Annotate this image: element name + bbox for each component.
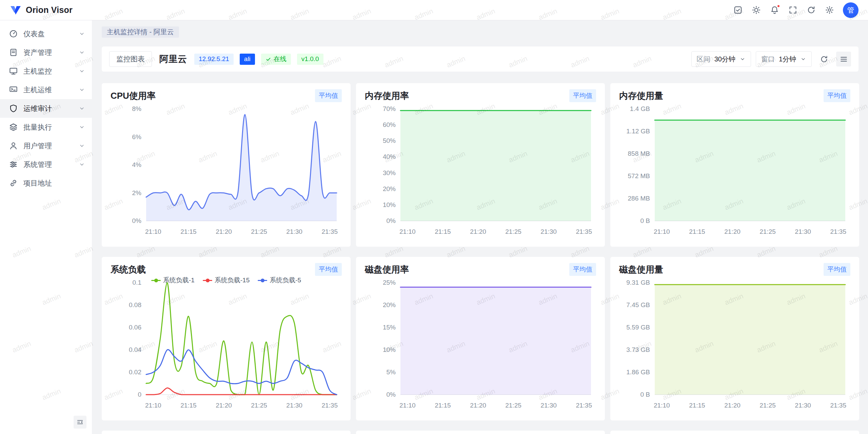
link-icon [9,178,18,188]
fullscreen-icon[interactable] [785,3,800,18]
top-navbar: Orion Visor 管 [0,0,868,20]
host-status-text: 在线 [274,55,287,63]
sidebar-item-assets[interactable]: 资产管理 [0,43,92,62]
svg-text:10%: 10% [383,201,396,208]
svg-text:50%: 50% [383,137,396,144]
monitor-icon [9,67,18,76]
sidebar-item-ops-audit[interactable]: 运维审计 [0,99,92,118]
dashboard-icon [9,29,18,38]
range-select[interactable]: 区间 30分钟 [691,51,751,67]
window-select[interactable]: 窗口 1分钟 [756,51,812,67]
sidebar-item-user-mgmt[interactable]: 用户管理 [0,136,92,155]
card-title: 磁盘使用量 [619,264,663,276]
svg-text:21:20: 21:20 [216,402,232,409]
svg-text:21:35: 21:35 [321,228,338,235]
brand[interactable]: Orion Visor [9,4,73,16]
svg-text:1.86 GB: 1.86 GB [626,369,650,376]
refresh-icon[interactable] [804,3,818,18]
sidebar-item-label: 用户管理 [23,141,79,151]
legend-marker-icon [151,279,161,282]
svg-text:858 MB: 858 MB [628,150,650,157]
svg-text:21:25: 21:25 [251,402,267,409]
range-select-value: 30分钟 [714,55,735,64]
charts-grid: CPU使用率 平均值 0%2%4%6%8%21:1021:1521:2021:2… [102,83,859,434]
svg-text:21:20: 21:20 [724,228,741,235]
avatar[interactable]: 管 [843,2,859,18]
sidebar-item-host-monitoring[interactable]: 主机监控 [0,62,92,80]
svg-text:0%: 0% [387,217,396,224]
sidebar-item-batch-exec[interactable]: 批量执行 [0,118,92,136]
card-title: CPU使用率 [111,90,156,102]
legend-item[interactable]: 系统负载-1 [151,276,195,285]
host-toolbar: 监控图表 阿里云 12.92.5.21 ali 在线 v1.0.0 区间 30分… [102,46,859,72]
tools-icon [9,160,18,169]
svg-text:5%: 5% [387,369,396,376]
memory-usage-pct-chart: 0%10%20%30%40%50%60%70%21:1021:1521:2021… [365,103,596,239]
chart-card-partial [356,431,605,434]
svg-text:0.08: 0.08 [129,301,141,308]
refresh-charts-icon[interactable] [816,52,831,67]
chevron-down-icon [79,49,85,56]
breadcrumb: 主机监控详情 - 阿里云 [102,26,859,38]
notifications-bell-icon[interactable] [767,3,782,18]
sidebar-item-project-url[interactable]: 项目地址 [0,174,92,192]
monitor-chart-tab[interactable]: 监控图表 [109,51,152,67]
svg-text:9.31 GB: 9.31 GB [626,279,650,286]
svg-text:21:35: 21:35 [830,228,846,235]
window-select-value: 1分钟 [779,55,796,64]
svg-text:0%: 0% [132,217,142,224]
svg-text:8%: 8% [132,105,142,112]
svg-text:30%: 30% [383,169,396,176]
breadcrumb-tag: 主机监控详情 - 阿里云 [102,26,179,38]
check-square-icon[interactable] [730,3,745,18]
chevron-down-icon [800,56,806,62]
chart-card-cpu-usage: CPU使用率 平均值 0%2%4%6%8%21:1021:1521:2021:2… [102,83,351,247]
svg-text:21:30: 21:30 [540,402,557,409]
chevron-down-icon [79,105,85,112]
settings-gear-icon[interactable] [822,3,837,18]
cpu-usage-chart: 0%2%4%6%8%21:1021:1521:2021:2521:3021:35 [111,103,342,239]
legend-item[interactable]: 系统负载-5 [258,276,301,285]
disk-usage-amount-chart: 0 B1.86 GB3.73 GB5.59 GB7.45 GB9.31 GB21… [619,277,850,413]
card-title: 系统负载 [111,264,146,276]
sidebar-collapse-button[interactable] [74,416,86,429]
svg-text:21:30: 21:30 [286,402,302,409]
svg-text:21:30: 21:30 [795,402,811,409]
window-select-label: 窗口 [761,55,775,64]
range-select-label: 区间 [697,55,710,64]
svg-text:21:35: 21:35 [321,402,338,409]
svg-text:0 B: 0 B [640,391,650,398]
svg-text:0.06: 0.06 [129,324,141,331]
chevron-down-icon [79,87,85,93]
sidebar-item-system-mgmt[interactable]: 系统管理 [0,155,92,174]
navbar-actions: 管 [730,2,859,18]
svg-text:0.02: 0.02 [129,369,141,376]
legend-marker-icon [258,279,267,282]
memory-usage-amount-chart: 0 B286 MB572 MB858 MB1.12 GB1.4 GB21:102… [619,103,850,239]
legend-item[interactable]: 系统负载-15 [203,276,250,285]
chart-card-system-load: 系统负载 平均值 系统负载-1系统负载-15系统负载-500.020.040.0… [102,257,351,420]
svg-text:21:25: 21:25 [760,228,776,235]
svg-text:21:20: 21:20 [724,402,741,409]
svg-text:60%: 60% [383,121,396,128]
svg-text:572 MB: 572 MB [628,172,650,180]
average-badge: 平均值 [824,263,850,276]
main-content: 主机监控详情 - 阿里云 监控图表 阿里云 12.92.5.21 ali 在线 … [92,20,868,434]
sidebar: 仪表盘 资产管理 主机监控 主机运维 运维审计 批量执行 用户管理 系统管理 项 [0,20,92,434]
svg-text:20%: 20% [383,301,396,308]
card-title: 内存使用量 [619,90,663,102]
svg-text:21:35: 21:35 [830,402,846,409]
sidebar-item-host-ops[interactable]: 主机运维 [0,80,92,99]
book-icon [9,48,18,57]
svg-text:5.59 GB: 5.59 GB [626,324,650,331]
theme-sun-icon[interactable] [749,3,764,18]
host-name: 阿里云 [159,53,187,65]
sidebar-item-label: 主机监控 [23,67,79,76]
average-badge: 平均值 [569,263,596,276]
sidebar-item-label: 运维审计 [23,104,79,113]
average-badge: 平均值 [824,89,850,102]
chart-card-disk-usage-amount: 磁盘使用量 平均值 0 B1.86 GB3.73 GB5.59 GB7.45 G… [610,257,859,420]
sidebar-item-dashboard[interactable]: 仪表盘 [0,24,92,43]
legend-label: 系统负载-15 [215,276,250,285]
chart-options-menu-icon[interactable] [836,52,851,67]
